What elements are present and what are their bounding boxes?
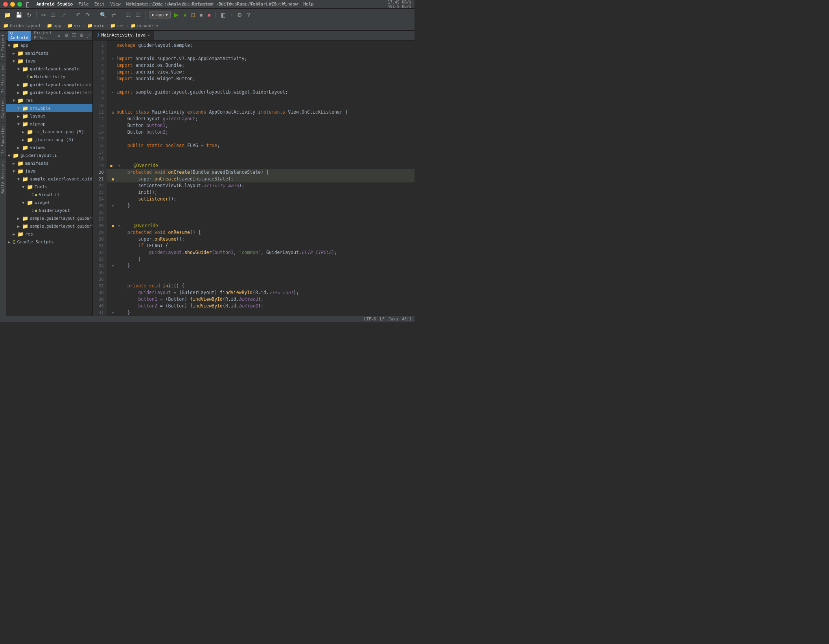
android-icon-main: ●	[30, 75, 33, 79]
code-content[interactable]: package guiderlayout.sample; ► import an…	[107, 40, 414, 316]
tree-item-ic-launcher[interactable]: ▶ 📁 ic_launcher.png (5)	[6, 128, 92, 136]
profile-button[interactable]: ■	[198, 11, 204, 19]
tree-item-viewutil[interactable]: C ● ViewUtil	[6, 191, 92, 199]
toolbar-paste-btn[interactable]: ⍻	[59, 11, 68, 19]
status-cursor: 46:1	[402, 317, 411, 321]
tree-item-test2[interactable]: ▶ 📁 sample.guiderlayout.guiderlayoutlib …	[6, 222, 92, 230]
tree-item-jiantou[interactable]: ▶ 📁 jiantou.png (3)	[6, 136, 92, 144]
ln-26: 26	[93, 209, 107, 216]
breadcrumb-guiderlayout[interactable]: 📁 GuiderLayout	[3, 23, 41, 28]
tree-item-mainactivity[interactable]: C ● MainActivity	[6, 73, 92, 81]
panel-gear-btn[interactable]: ⚙	[63, 32, 70, 39]
coverage-button[interactable]: □	[190, 11, 196, 19]
run-button[interactable]: ▶	[172, 10, 180, 19]
breadcrumb-app[interactable]: 📁 app	[47, 23, 61, 28]
code-line-32: guiderLayout.showGuider(button1, "common…	[107, 249, 414, 256]
breadcrumb-src[interactable]: 📁 src	[67, 23, 82, 28]
tree-item-res2[interactable]: ▶ 📁 res	[6, 230, 92, 238]
sidebar-tab-captures[interactable]: Captures	[0, 96, 6, 121]
tree-item-app[interactable]: ▼ 📁 app	[6, 41, 92, 49]
tree-item-sgl[interactable]: ▼ 📁 sample.guiderlayout.guiderlayoutlib	[6, 175, 92, 183]
stop-button[interactable]: ■	[206, 11, 212, 19]
toolbar-replace-btn[interactable]: ⇄	[110, 11, 118, 19]
app-name[interactable]: Android Studio	[36, 2, 73, 7]
code-line-26	[107, 209, 414, 216]
toolbar-open-btn[interactable]: 📁	[2, 11, 12, 19]
tree-item-guiderlayout-sample[interactable]: ▼ 📁 guiderlayout.sample	[6, 65, 92, 73]
debug-button[interactable]: ●	[182, 11, 188, 19]
tree-item-manifests[interactable]: ▶ 📁 manifests	[6, 49, 92, 57]
sdk-button[interactable]: ◦	[229, 11, 234, 19]
tree-item-test[interactable]: ▶ 📁 guiderlayout.sample (test)	[6, 88, 92, 96]
file-tree: ▼ 📁 app ▶ 📁 manifests ▼ 📁 java	[6, 40, 92, 316]
minimize-button[interactable]	[10, 2, 15, 7]
close-button[interactable]	[3, 2, 8, 7]
sidebar-tab-structure[interactable]: 2: Structure	[0, 61, 6, 96]
breadcrumb-label-1: GuiderLayout	[10, 23, 41, 28]
ln-20: 20	[93, 169, 107, 176]
tree-item-res[interactable]: ▼ 📁 res	[6, 96, 92, 104]
tree-item-manifests2[interactable]: ▶ 📁 manifests	[6, 159, 92, 167]
label-ic: ic_launcher.png (5)	[35, 129, 84, 134]
toolbar-structure-btn[interactable]: ☷	[124, 11, 133, 19]
breadcrumb-label-3: src	[74, 23, 82, 28]
gutter-3: ►	[110, 55, 116, 62]
java-file-icon: J	[97, 33, 99, 38]
tree-item-java[interactable]: ▼ 📁 java	[6, 57, 92, 65]
tree-item-androidtest[interactable]: ▶ 📁 guiderlayout.sample (androidTest)	[6, 81, 92, 88]
menu-view[interactable]: View	[110, 2, 121, 7]
menu-window[interactable]: Window	[282, 2, 298, 7]
traffic-lights[interactable]	[3, 2, 22, 7]
toolbar-sync-btn[interactable]: ↻	[25, 11, 33, 19]
folder-icon-values: 📁	[22, 145, 28, 151]
label-java2: java	[25, 169, 36, 174]
tree-item-drawable[interactable]: ▼ 📁 drawable	[6, 104, 92, 112]
tree-item-java2[interactable]: ▼ 📁 java	[6, 167, 92, 175]
ln-9: 9	[93, 96, 107, 102]
toolbar-cut-btn[interactable]: ✂	[40, 11, 48, 19]
menu-file[interactable]: File	[78, 2, 89, 7]
panel-filter-btn[interactable]: ☷	[71, 32, 77, 39]
tree-item-tools[interactable]: ▼ 📁 Tools	[6, 183, 92, 191]
tree-item-values[interactable]: ▶ 📁 values	[6, 144, 92, 151]
maximize-button[interactable]	[17, 2, 22, 7]
settings-button[interactable]: ⚙	[236, 11, 244, 19]
tab-project-files[interactable]: Project Files	[31, 31, 54, 41]
sidebar-tab-project[interactable]: 1: Project	[0, 31, 6, 61]
sidebar-tab-build[interactable]: Build Variants	[0, 157, 6, 197]
toolbar-search-btn[interactable]: 🔍	[98, 11, 108, 19]
menu-edit[interactable]: Edit	[94, 2, 105, 7]
code-line-16: public static boolean FLAG = true;	[107, 142, 414, 149]
breadcrumb-drawable[interactable]: 📁 drawable	[131, 23, 158, 28]
code-line-27	[107, 216, 414, 223]
toolbar-save-btn[interactable]: 💾	[14, 11, 24, 19]
gutter-34: ▼	[110, 263, 116, 269]
avd-button[interactable]: ◧	[219, 11, 227, 19]
tree-item-widget[interactable]: ▼ 📁 widget	[6, 199, 92, 206]
breadcrumb-res[interactable]: 📁 res	[110, 23, 125, 28]
tree-item-layout[interactable]: ▶ 📁 layout	[6, 112, 92, 120]
toolbar-copy-btn[interactable]: ☵	[49, 11, 57, 19]
ln-10: 10	[93, 102, 107, 109]
breadcrumb-main[interactable]: 📁 main	[87, 23, 105, 28]
help-btn[interactable]: ?	[245, 11, 252, 19]
run-config-selector[interactable]: ▶ app ▼	[149, 11, 171, 18]
tree-item-mipmap[interactable]: ▼ 📁 mipmap	[6, 120, 92, 128]
editor-tab-mainactivity[interactable]: J MainActivity.java ✕	[93, 31, 154, 40]
tree-item-guiderlayout-class[interactable]: C ● GuiderLayout	[6, 206, 92, 214]
tree-item-gradle[interactable]: ▶ G Gradle Scripts	[6, 238, 92, 246]
sidebar-tab-favorites[interactable]: 2: Favorites	[0, 122, 6, 157]
panel-settings-btn[interactable]: ⚙	[78, 32, 85, 39]
tab-android[interactable]: ◯ Android	[8, 31, 31, 41]
toolbar-undo-btn[interactable]: ↶	[74, 11, 82, 19]
tree-item-androidtest2[interactable]: ▶ 📁 sample.guiderlayout.guiderlayoutlib …	[6, 214, 92, 222]
label-app: app	[20, 43, 28, 48]
toolbar-redo-btn[interactable]: ↷	[84, 11, 92, 19]
panel-hide-btn[interactable]: ⋰	[86, 32, 93, 39]
toolbar-hierarchy-btn[interactable]: ☷	[134, 11, 142, 19]
folder-icon-2: 📁	[47, 23, 52, 28]
menu-help[interactable]: Help	[303, 2, 314, 7]
tab-swap[interactable]: ⇆	[55, 32, 63, 39]
tree-item-guiderlayoutli[interactable]: ▼ 📁 guiderlayoutli	[6, 151, 92, 159]
tab-close-btn[interactable]: ✕	[147, 33, 150, 37]
